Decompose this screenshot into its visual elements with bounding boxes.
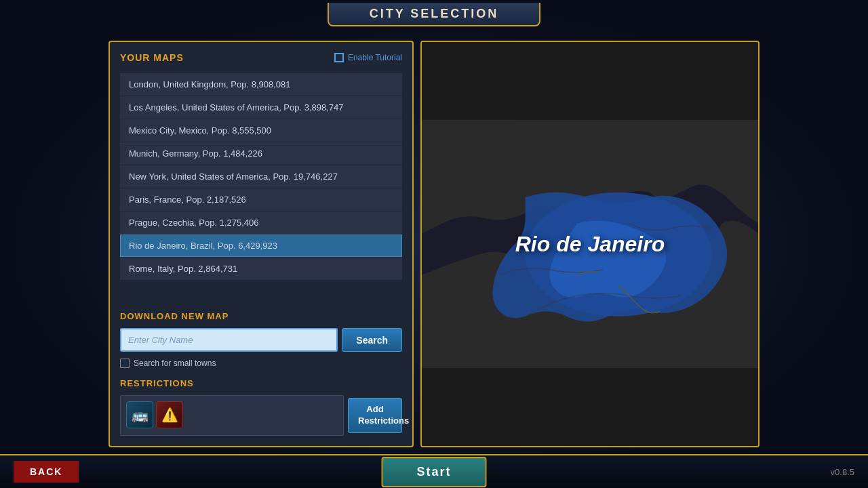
city-list-item[interactable]: Los Angeles, United States of America, P… xyxy=(120,96,402,119)
city-list-item[interactable]: Rio de Janeiro, Brazil, Pop. 6,429,923 xyxy=(120,235,402,257)
tutorial-checkbox[interactable] xyxy=(334,53,344,62)
panel-header: YOUR MAPS Enable Tutorial xyxy=(120,52,402,63)
your-maps-label: YOUR MAPS xyxy=(120,52,184,63)
left-panel: YOUR MAPS Enable Tutorial London, United… xyxy=(108,41,414,447)
small-towns-label: Search for small towns xyxy=(134,359,216,368)
restrictions-icons-box: 🚌 ⚠️ xyxy=(120,395,344,436)
city-list-item[interactable]: Munich, Germany, Pop. 1,484,226 xyxy=(120,142,402,165)
restrictions-label: RESTRICTIONS xyxy=(120,378,402,388)
main-content: YOUR MAPS Enable Tutorial London, United… xyxy=(108,41,760,447)
version-text: v0.8.5 xyxy=(831,467,854,477)
restrictions-row: 🚌 ⚠️ Add Restrictions xyxy=(120,395,402,436)
small-towns-checkbox[interactable] xyxy=(120,359,130,368)
search-row: Search xyxy=(120,328,402,352)
city-list-item[interactable]: Prague, Czechia, Pop. 1,275,406 xyxy=(120,211,402,234)
start-button[interactable]: Start xyxy=(381,457,486,487)
search-button[interactable]: Search xyxy=(342,328,402,352)
bottom-bar: BACK Start v0.8.5 xyxy=(0,454,868,488)
download-label: DOWNLOAD NEW MAP xyxy=(120,311,402,321)
city-search-input[interactable] xyxy=(120,328,338,352)
restriction-icon-alert: ⚠️ xyxy=(156,401,183,428)
header-container: CITY SELECTION xyxy=(328,3,541,26)
city-list: London, United Kingdom, Pop. 8,908,081Lo… xyxy=(120,73,402,301)
right-panel: Rio de Janeiro xyxy=(420,41,760,447)
restriction-icon-bus: 🚌 xyxy=(126,401,153,428)
enable-tutorial-toggle[interactable]: Enable Tutorial xyxy=(334,53,402,62)
back-button[interactable]: BACK xyxy=(14,461,79,483)
add-restrictions-button[interactable]: Add Restrictions xyxy=(348,398,402,433)
tutorial-label: Enable Tutorial xyxy=(348,53,402,62)
city-list-item[interactable]: Paris, France, Pop. 2,187,526 xyxy=(120,188,402,211)
city-list-item[interactable]: Rome, Italy, Pop. 2,864,731 xyxy=(120,258,402,280)
map-svg xyxy=(422,42,758,446)
city-list-item[interactable]: London, United Kingdom, Pop. 8,908,081 xyxy=(120,73,402,96)
map-container: Rio de Janeiro xyxy=(422,42,758,446)
city-list-item[interactable]: Mexico City, Mexico, Pop. 8,555,500 xyxy=(120,119,402,142)
page-title: CITY SELECTION xyxy=(370,7,499,20)
small-towns-row: Search for small towns xyxy=(120,359,402,368)
city-list-item[interactable]: New York, United States of America, Pop.… xyxy=(120,165,402,188)
header-bar: CITY SELECTION xyxy=(0,0,868,28)
